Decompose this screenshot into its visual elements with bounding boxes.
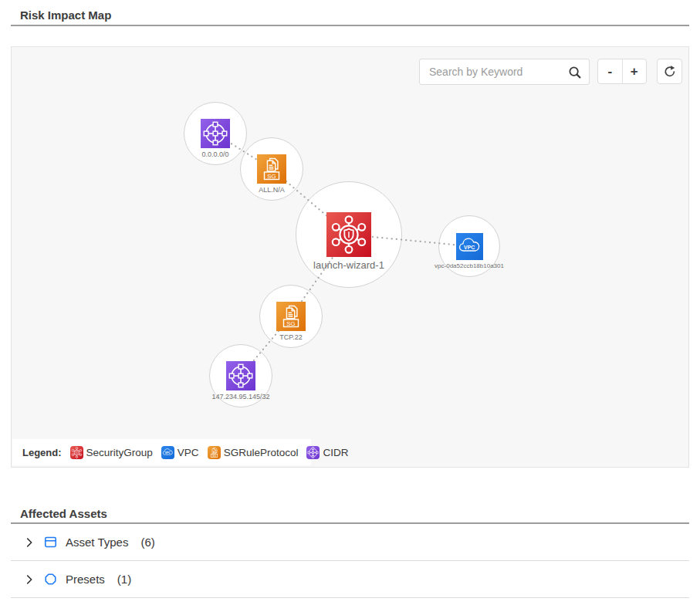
node-label: ALL.N/A bbox=[259, 186, 285, 194]
risk-impact-map-panel: - + 0.0.0.0/0ALL.N/Alaunch-wizard-1vpc-0… bbox=[11, 46, 689, 468]
legend-item-sg-rule: SGRuleProtocol bbox=[208, 446, 299, 459]
asset-row-presets[interactable]: Presets(1) bbox=[11, 561, 689, 598]
legend-item-label: SecurityGroup bbox=[86, 447, 153, 458]
legend-title: Legend: bbox=[22, 447, 62, 458]
legend-item-label: SGRuleProtocol bbox=[224, 447, 299, 458]
node-label: 147.234.95.145/32 bbox=[211, 393, 269, 401]
affected-assets-title: Affected Assets bbox=[20, 507, 107, 520]
cidr-icon bbox=[226, 361, 255, 390]
sg-rule-icon bbox=[208, 446, 221, 459]
graph-node-cidr-0000[interactable]: 0.0.0.0/0 bbox=[184, 102, 247, 165]
cidr-icon bbox=[201, 119, 230, 148]
vpc-icon bbox=[161, 446, 174, 459]
vpc-icon bbox=[456, 233, 483, 260]
legend-item-label: VPC bbox=[178, 447, 199, 458]
risk-graph: 0.0.0.0/0ALL.N/Alaunch-wizard-1vpc-0da52… bbox=[12, 47, 688, 467]
graph-node-sgrule-all[interactable]: ALL.N/A bbox=[240, 137, 303, 201]
page-title: Risk Impact Map bbox=[20, 8, 111, 22]
chevron-right-icon[interactable] bbox=[23, 536, 36, 549]
graph-node-cidr-147[interactable]: 147.234.95.145/32 bbox=[209, 344, 272, 407]
legend-item-cidr: CIDR bbox=[306, 446, 348, 459]
affected-assets-list: Asset Types(6)Presets(1) bbox=[11, 524, 689, 598]
presets-icon bbox=[43, 572, 58, 586]
asset-row-asset-types[interactable]: Asset Types(6) bbox=[11, 524, 689, 561]
map-legend: Legend: SecurityGroupVPCSGRuleProtocolCI… bbox=[12, 439, 311, 465]
asset-row-label: Presets bbox=[66, 573, 105, 586]
node-label: 0.0.0.0/0 bbox=[201, 150, 228, 158]
sg-rule-icon bbox=[257, 154, 286, 184]
chevron-right-icon[interactable] bbox=[23, 573, 36, 586]
node-label: TCP.22 bbox=[279, 333, 302, 341]
legend-item-label: CIDR bbox=[323, 447, 348, 458]
node-label: vpc-0da52ccb18b10a301 bbox=[435, 262, 504, 269]
sg-rule-icon bbox=[276, 302, 306, 331]
legend-item-security-group: SecurityGroup bbox=[70, 446, 153, 459]
graph-node-vpc-0da52ccb18b10a301[interactable]: vpc-0da52ccb18b10a301 bbox=[438, 215, 500, 277]
title-divider bbox=[11, 25, 689, 26]
asset-row-label: Asset Types bbox=[66, 536, 128, 549]
asset-types-icon bbox=[43, 535, 58, 549]
legend-item-vpc: VPC bbox=[161, 446, 199, 459]
security-group-icon bbox=[70, 446, 83, 459]
security-group-icon bbox=[326, 212, 371, 257]
node-label: launch-wizard-1 bbox=[313, 259, 384, 271]
cidr-icon bbox=[306, 446, 320, 459]
asset-row-count: (1) bbox=[117, 573, 131, 586]
graph-node-launch-wizard-1[interactable]: launch-wizard-1 bbox=[296, 181, 402, 288]
asset-row-count: (6) bbox=[140, 536, 154, 549]
graph-node-sgrule-tcp22[interactable]: TCP.22 bbox=[259, 285, 323, 348]
